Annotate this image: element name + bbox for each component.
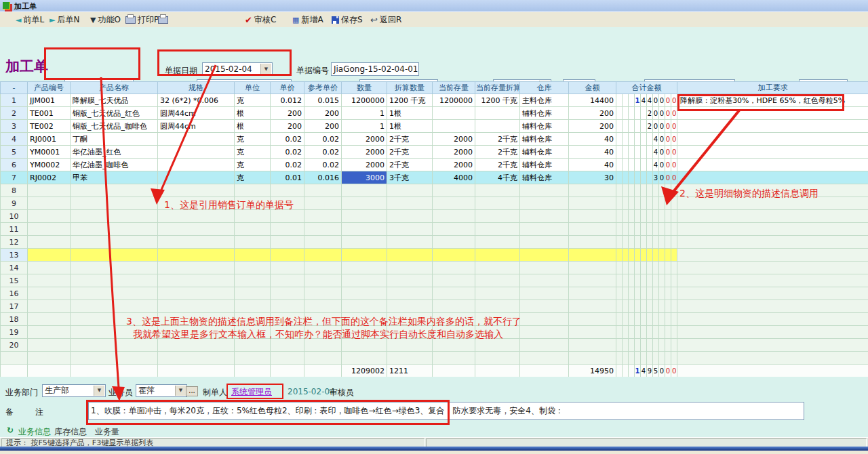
cell-unit[interactable] (235, 223, 271, 236)
cell-price[interactable] (271, 223, 304, 236)
cell-unit[interactable]: 克 (235, 133, 271, 146)
cell-wh[interactable] (520, 352, 569, 365)
cell-qty[interactable]: 2000 (342, 146, 387, 159)
cell-stock[interactable] (433, 120, 475, 133)
row-number-cell[interactable]: 4 (1, 133, 28, 146)
cell-name[interactable] (71, 236, 158, 249)
cell-spec[interactable]: 32 (6*2) *0.006 (158, 94, 235, 107)
cell-price[interactable] (271, 300, 304, 313)
cell-amt[interactable]: 14400 (569, 94, 616, 107)
row-number-cell[interactable]: 5 (1, 146, 28, 159)
grid-header-12[interactable]: 金额 (569, 82, 616, 94)
more-button[interactable]: ... (186, 386, 198, 396)
grid-row-6[interactable]: 6YM0002华亿油墨_咖啡色克0.020.0220002千克20002千克辅料… (1, 159, 868, 171)
grid-row-2[interactable]: 2TE001铜版_七天优品_红色圆周44cm根20020011根辅料仓库2002… (1, 107, 868, 120)
add-new-button[interactable]: ▦ 新增A (290, 14, 326, 26)
cell-stock[interactable] (433, 184, 475, 197)
cell-amt[interactable] (569, 262, 616, 274)
cell-conv[interactable] (387, 184, 433, 197)
cell-code[interactable] (28, 326, 71, 339)
cell-stockconv[interactable]: 4千克 (475, 171, 520, 184)
cell-unit[interactable]: 克 (235, 94, 271, 107)
cell-stockconv[interactable] (475, 120, 520, 133)
cell-process-requirement[interactable]: 降解膜：淀粉基30%，HDPE 65%，红色母粒5% (677, 94, 868, 107)
cell-process-requirement[interactable] (677, 107, 868, 120)
cell-spec[interactable] (158, 133, 235, 146)
cell-spec[interactable] (158, 146, 235, 159)
cell-process-requirement[interactable] (677, 171, 868, 184)
cell-stockconv[interactable] (475, 274, 520, 287)
tab-business-volume[interactable]: 业务量 (95, 426, 119, 438)
cell-qty[interactable] (342, 210, 387, 223)
cell-ref[interactable]: 0.015 (304, 94, 342, 107)
cell-wh[interactable] (520, 262, 569, 274)
cell-process-requirement[interactable] (677, 236, 868, 249)
cell-code[interactable]: YM0002 (28, 159, 71, 171)
cell-stockconv[interactable]: 2千克 (475, 133, 520, 146)
cell-stockconv[interactable]: 1200 千克 (475, 94, 520, 107)
cell-stock[interactable] (433, 300, 475, 313)
cell-name[interactable] (71, 223, 158, 236)
cell-wh[interactable] (520, 223, 569, 236)
cell-unit[interactable] (235, 287, 271, 300)
cell-spec[interactable] (158, 287, 235, 300)
doc-no-field[interactable]: JiaGong-15-02-04-01 (331, 62, 419, 76)
cell-code[interactable]: YM0001 (28, 146, 71, 159)
grid-header-3[interactable]: 规格 (158, 82, 235, 94)
cell-qty[interactable]: 2000 (342, 159, 387, 171)
cell-qty[interactable] (342, 197, 387, 210)
cell-amt[interactable]: 40 (569, 146, 616, 159)
cell-process-requirement[interactable] (677, 313, 868, 326)
cell-wh[interactable] (520, 184, 569, 197)
row-number-cell[interactable] (1, 352, 28, 365)
cell-stock[interactable] (433, 197, 475, 210)
cell-stock[interactable]: 2000 (433, 146, 475, 159)
cell-ref[interactable]: 200 (304, 107, 342, 120)
cell-ref[interactable] (304, 210, 342, 223)
cell-conv[interactable] (387, 197, 433, 210)
cell-name[interactable]: 丁酮 (71, 133, 158, 146)
cell-stock[interactable] (433, 287, 475, 300)
cell-spec[interactable]: 圆周44cm (158, 107, 235, 120)
cell-unit[interactable] (235, 262, 271, 274)
cell-wh[interactable] (520, 274, 569, 287)
cell-price[interactable]: 0.01 (271, 171, 304, 184)
cell-name[interactable] (71, 262, 158, 274)
doc-date-combo[interactable]: 2015-02-04 ▼ (202, 62, 273, 76)
grid-row-21[interactable] (1, 352, 868, 365)
cell-wh[interactable]: 辅料仓库 (520, 146, 569, 159)
cell-conv[interactable] (387, 274, 433, 287)
cell-price[interactable] (271, 210, 304, 223)
grid-row-13[interactable]: 13 (1, 249, 868, 262)
cell-stock[interactable] (433, 352, 475, 365)
cell-name[interactable] (71, 287, 158, 300)
cell-amt[interactable]: 30 (569, 171, 616, 184)
cell-wh[interactable]: 主料仓库 (520, 94, 569, 107)
cell-unit[interactable]: 克 (235, 146, 271, 159)
cell-ref[interactable] (304, 300, 342, 313)
grid-header-7[interactable]: 数量 (342, 82, 387, 94)
cell-unit[interactable] (235, 184, 271, 197)
functions-button[interactable]: ▼ 功能O (88, 14, 123, 26)
grid-row-1[interactable]: 1JJM001降解膜_七天优品32 (6*2) *0.006克0.0120.01… (1, 94, 868, 107)
cell-code[interactable] (28, 210, 71, 223)
cell-name[interactable] (71, 274, 158, 287)
grid-header-1[interactable]: 产品编号 (28, 82, 71, 94)
cell-stockconv[interactable] (475, 197, 520, 210)
grid-header-9[interactable]: 当前存量 (433, 82, 475, 94)
cell-spec[interactable] (158, 184, 235, 197)
cell-price[interactable] (271, 287, 304, 300)
cell-price[interactable]: 200 (271, 107, 304, 120)
cell-ref[interactable] (304, 236, 342, 249)
cell-ref[interactable] (304, 352, 342, 365)
cell-wh[interactable] (520, 236, 569, 249)
chevron-down-icon[interactable]: ▼ (175, 386, 186, 396)
cell-qty[interactable]: 3000 (342, 171, 387, 184)
cell-stock[interactable]: 4000 (433, 171, 475, 184)
cell-amt[interactable] (569, 249, 616, 262)
row-number-cell[interactable]: 7 (1, 171, 28, 184)
grid-header-2[interactable]: 产品名称 (71, 82, 158, 94)
cell-spec[interactable] (158, 236, 235, 249)
cell-amt[interactable] (569, 287, 616, 300)
cell-code[interactable] (28, 223, 71, 236)
